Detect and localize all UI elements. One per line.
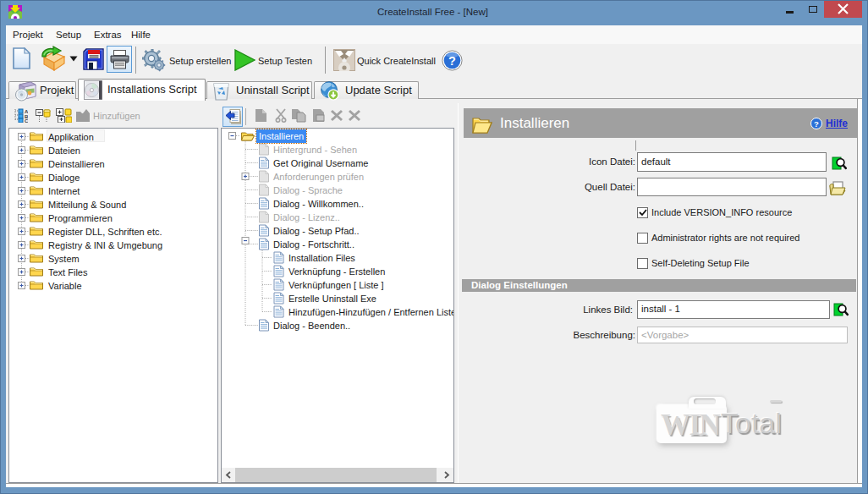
- svg-text:C: C: [25, 118, 28, 123]
- svg-text:?: ?: [814, 119, 819, 129]
- svg-text:?: ?: [448, 54, 456, 68]
